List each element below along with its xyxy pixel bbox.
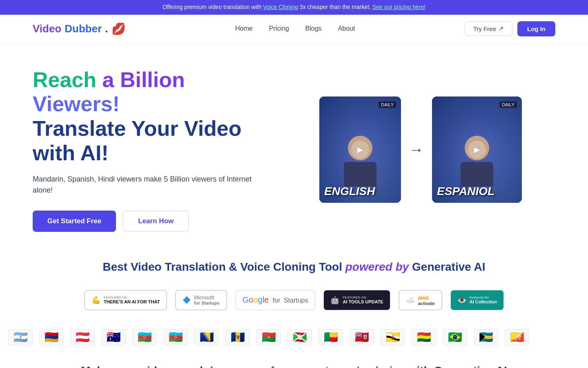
partners-section: 💪 FEATURED ON THERE'S AN AI FOR THAT 🔷 M…: [0, 282, 588, 323]
play-button-espanol[interactable]: ▶: [468, 141, 486, 159]
announcement-banner: Offering premium video translation with …: [0, 0, 588, 15]
tagline-text: Best Video Translation & Voice Cloning T…: [33, 260, 555, 274]
partner-aitools: 🤖 FEATURED ON AI TOOLS UPDATE: [323, 290, 390, 310]
video-espanol-label: ESPANIOL: [437, 185, 517, 198]
get-started-button[interactable]: Get Started Free: [33, 211, 116, 232]
microsoft-text: Microsoft for Startups: [194, 295, 219, 305]
flag-item: 🇧🇯: [318, 329, 343, 346]
flag-item: 🇦🇹: [70, 329, 95, 346]
external-link-icon: ↗: [499, 25, 504, 32]
nav-home[interactable]: Home: [235, 25, 253, 32]
flag-item: 🇧🇦: [194, 329, 219, 346]
flag-item: 🇧🇴: [412, 329, 436, 346]
partner-microsoft: 🔷 Microsoft for Startups: [175, 290, 227, 310]
google-logo-text: Google for Startups: [243, 295, 308, 305]
video-daily-label-2: DAILY: [499, 101, 517, 108]
tagline-section: Best Video Translation & Voice Cloning T…: [0, 248, 588, 282]
translation-arrow-icon: →: [409, 141, 424, 158]
aicollection-text: Featured On AI Collection: [470, 296, 497, 304]
video-top-bar-2: DAILY: [437, 101, 517, 108]
hero-content: Reach a Billion Viewers! Translate Your …: [33, 68, 270, 232]
nav-blogs[interactable]: Blogs: [305, 25, 322, 32]
flag-item: 🇦🇲: [39, 329, 64, 346]
flag-item: 🇧🇮: [287, 329, 312, 346]
aws-logo-icon: ☁️: [406, 296, 415, 305]
nav-pricing[interactable]: Pricing: [269, 25, 289, 32]
flag-item: 🇧🇸: [474, 329, 498, 346]
eye-icon: 👁️: [457, 296, 466, 305]
flags-section: 🇦🇷🇦🇲🇦🇹🇦🇺🇦🇿🇦🇿🇧🇦🇧🇧🇧🇫🇧🇮🇧🇯🇧🇲🇧🇳🇧🇴🇧🇷🇧🇸🇧🇹: [0, 323, 588, 352]
flag-item: 🇧🇲: [350, 329, 374, 346]
partner-aiforthat: 💪 FEATURED ON THERE'S AN AI FOR THAT: [84, 290, 167, 310]
microsoft-logo-icon: 🔷: [183, 296, 191, 304]
hero-cta: Get Started Free Learn How: [33, 211, 270, 232]
try-free-button[interactable]: Try Free ↗: [465, 21, 512, 36]
video-bottom-2: ESPANIOL: [437, 185, 517, 198]
flag-item: 🇧🇫: [256, 329, 281, 346]
partner-aicollection: 👁️ Featured On AI Collection: [450, 290, 504, 310]
speak-text: Make your video speak language of your c…: [33, 364, 555, 368]
play-button-english[interactable]: ▶: [351, 141, 369, 159]
flag-item: 🇧🇧: [225, 329, 250, 346]
main-nav: VideoDubber. 💋 Home Pricing Blogs About …: [0, 15, 588, 43]
flag-item: 🇧🇳: [381, 329, 405, 346]
flag-item: 🇦🇿: [132, 329, 157, 346]
pricing-link-banner[interactable]: See our pricing here!: [372, 4, 425, 10]
hero-subtitle: Mandarin, Spanish, Hindi viewers make 5 …: [33, 174, 270, 196]
flag-item: 🇦🇷: [8, 329, 33, 346]
logo-dot: .: [105, 22, 108, 35]
flag-item: 🇧🇷: [443, 329, 467, 346]
partner-aws: ☁️ aws activate: [399, 290, 442, 310]
video-card-english: DAILY ENGLISH ▶: [319, 96, 401, 203]
nav-about[interactable]: About: [338, 25, 355, 32]
aiforthat-text: FEATURED ON THERE'S AN AI FOR THAT: [104, 296, 160, 304]
video-english-label: ENGLISH: [324, 185, 396, 198]
speak-section: Make your video speak language of your c…: [0, 352, 588, 368]
hero-title: Reach a Billion Viewers! Translate Your …: [33, 68, 270, 166]
nav-actions: Try Free ↗ Log In: [465, 21, 555, 36]
flag-item: 🇦🇿: [163, 329, 188, 346]
partner-google: Google for Startups: [235, 290, 316, 310]
video-daily-label: DAILY: [379, 101, 396, 108]
aitools-icon: 🤖: [330, 296, 339, 305]
logo-lips-icon: 💋: [111, 22, 126, 36]
logo-video: Video: [33, 22, 61, 35]
flag-item: 🇧🇹: [505, 329, 529, 346]
aws-text: aws activate: [418, 294, 435, 306]
logo-dubber: Dubber: [65, 22, 102, 35]
dumbbell-icon: 💪: [91, 296, 100, 305]
voice-cloning-link[interactable]: Voice Cloning: [263, 4, 298, 10]
aitools-text: FEATURED ON AI TOOLS UPDATE: [343, 296, 383, 304]
logo[interactable]: VideoDubber. 💋: [33, 22, 126, 36]
video-card-espanol: DAILY ESPANIOL ▶: [432, 96, 522, 203]
login-button[interactable]: Log In: [517, 21, 555, 36]
learn-how-button[interactable]: Learn How: [122, 211, 189, 232]
video-top-bar: DAILY: [324, 101, 396, 108]
hero-section: Reach a Billion Viewers! Translate Your …: [0, 43, 588, 248]
nav-links: Home Pricing Blogs About: [235, 25, 355, 32]
flag-item: 🇦🇺: [101, 329, 126, 346]
video-bottom: ENGLISH: [324, 185, 396, 198]
hero-video-demo: DAILY ENGLISH ▶ → DAILY: [286, 96, 555, 203]
